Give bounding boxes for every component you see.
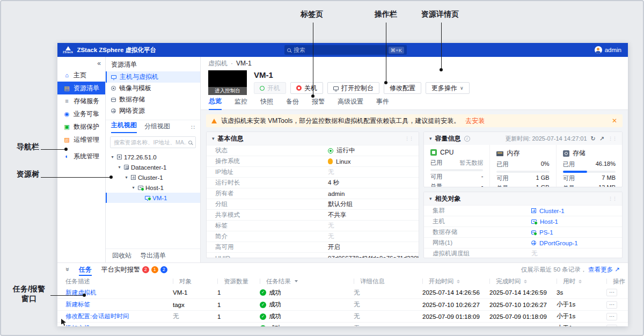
tab-快照[interactable]: 快照 (260, 97, 273, 109)
tree-caret-icon[interactable]: ▾ (131, 185, 136, 190)
field-label: 网络(1) (424, 239, 531, 247)
collapse-caret-icon[interactable]: ▾ (429, 196, 432, 201)
col-start-time[interactable]: 开始时间 (422, 277, 489, 286)
external-link-icon[interactable]: ↗ (599, 135, 604, 142)
row-actions-button[interactable]: ··· (606, 289, 617, 296)
tree-caret-icon[interactable]: ▾ (124, 175, 129, 180)
brand: ZStack ZStack ZSphere 虚拟化平台 (57, 46, 156, 54)
collapse-caret-icon[interactable]: ▾ (212, 136, 215, 141)
collapse-caret-icon[interactable]: ▾ (429, 136, 432, 141)
resource-item-datastore[interactable]: 数据存储 (106, 94, 200, 105)
drag-handle-icon[interactable]: ⋮⋮ (608, 196, 617, 201)
task-tab[interactable]: 任务 (79, 263, 92, 276)
refresh-icon[interactable]: ↻ (591, 135, 596, 142)
breadcrumb-parent[interactable]: 虚拟机 (208, 59, 228, 68)
task-description-link[interactable]: 修改配置:会话超时时间 (65, 312, 129, 320)
more-actions-button[interactable]: 更多操作∨ (426, 82, 470, 94)
related-object-link[interactable]: DPortGroup-1 (531, 240, 578, 246)
task-description-link[interactable]: 新建标签 (65, 301, 90, 309)
drag-handle-icon[interactable]: ⋮⋮ (405, 136, 413, 141)
image-template-icon (111, 86, 116, 91)
related-object-link[interactable]: Cluster-1 (531, 208, 565, 214)
related-object-link[interactable]: PS-1 (531, 229, 553, 236)
view-more-link[interactable]: 查看更多 (588, 266, 613, 274)
power-on-button[interactable]: 开机 (254, 82, 286, 94)
related-object-link[interactable]: Host-1 (531, 218, 558, 225)
tree-node-vm[interactable]: VM-1 (106, 193, 200, 203)
tab-报警[interactable]: 报警 (312, 97, 325, 109)
row-actions-button[interactable]: ··· (606, 301, 617, 309)
resource-item-host-vm[interactable]: 主机与虚拟机 (106, 71, 200, 83)
col-object[interactable]: 对象 (173, 277, 217, 286)
layout-grid-icon[interactable]: ∷ (191, 124, 195, 133)
tab-监控[interactable]: 监控 (235, 97, 247, 109)
enter-console-button[interactable]: 进入控制台 (208, 87, 247, 95)
tab-备份[interactable]: 备份 (286, 97, 299, 109)
capacity-title: 容量信息 (435, 134, 461, 143)
col-task-desc[interactable]: 任务描述 (57, 277, 173, 286)
col-label: 对象 (179, 277, 192, 286)
sidebar-item-ops-management[interactable]: ▨运维管理 (57, 133, 105, 146)
global-search-input[interactable] (294, 47, 386, 53)
field-value-text: Host-1 (540, 218, 558, 225)
open-console-button[interactable]: 打开控制台 (327, 82, 379, 94)
user-menu[interactable]: admin (595, 46, 628, 54)
field-value: 默认分组 (328, 200, 353, 208)
row-actions-button[interactable]: ··· (606, 313, 617, 320)
tab-总览[interactable]: 总览 (209, 97, 222, 110)
row-actions-button[interactable]: ··· (606, 325, 617, 327)
view-tab-group[interactable]: 分组视图 (144, 122, 170, 133)
sidebar-item-data-protection[interactable]: ▣数据保护 (57, 120, 105, 133)
tree-caret-icon[interactable]: ▾ (117, 165, 122, 170)
col-end-time[interactable]: 完成时间 (489, 277, 557, 286)
platform-alarm-tab[interactable]: 平台实时报警212 (101, 263, 167, 276)
tree-node-management-node[interactable]: ▾172.26.51.0 (106, 152, 200, 162)
col-detail-info[interactable]: 详细信息 (354, 277, 422, 286)
view-tab-host[interactable]: 主机视图 (111, 121, 137, 133)
task-end-time: 2025-07-09 01:18:09 (489, 313, 557, 320)
col-duration[interactable]: 用时 (557, 277, 606, 286)
usage-bar (563, 171, 616, 173)
col-operation[interactable]: 操作 (606, 277, 628, 286)
sidebar-collapse-icon[interactable]: « (97, 60, 101, 67)
close-icon[interactable]: ✕ (612, 117, 617, 125)
annotation-nav-bar: 导航栏 (17, 142, 39, 152)
tree-search-input[interactable] (114, 139, 186, 145)
sidebar-item-system-management[interactable]: ◐系统管理 (57, 150, 105, 163)
sidebar-item-business-reliability[interactable]: ◉业务可靠 (57, 107, 105, 120)
sort-icon[interactable] (579, 280, 582, 283)
modify-config-button[interactable]: 修改配置 (384, 82, 421, 94)
resource-item-image-template[interactable]: 镜像与模板 (106, 83, 200, 94)
total-value: - (481, 182, 484, 187)
tree-caret-icon[interactable]: ▾ (110, 155, 115, 159)
tree-node-cluster[interactable]: ▾Cluster-1 (106, 172, 200, 182)
annotation-line (441, 23, 442, 69)
tab-高级设置[interactable]: 高级设置 (338, 97, 363, 109)
col-task-result[interactable]: 任务结果 (260, 277, 354, 286)
task-description-link[interactable]: 添加主机 (65, 324, 90, 326)
task-row: 新建虚拟机VM-11✓成功无2025-07-14 14:26:562025-07… (57, 287, 628, 298)
tab-label: 任务 (79, 263, 92, 276)
global-search[interactable]: ⌘+K (284, 45, 407, 55)
tab-事件[interactable]: 事件 (376, 97, 389, 109)
install-vmtools-link[interactable]: 去安装 (465, 116, 485, 126)
drag-handle-icon[interactable]: ⋮⋮ (608, 136, 617, 141)
resource-item-network-resource[interactable]: 网络资源 (106, 105, 200, 116)
power-off-button[interactable]: 关机 (290, 82, 323, 94)
vm-console-thumbnail[interactable]: 进入控制台 (208, 70, 247, 95)
sort-icon[interactable] (457, 280, 460, 283)
sort-icon[interactable] (524, 280, 527, 283)
collapse-panel-icon[interactable]: « (63, 268, 71, 272)
export-list-link[interactable]: 导出清单 (140, 251, 166, 260)
filter-icon[interactable] (295, 280, 298, 282)
tree-node-host[interactable]: ▾Host-1 (106, 182, 200, 193)
task-detail: 无 (354, 312, 422, 320)
sidebar-item-home[interactable]: ⌂主页 (57, 69, 105, 82)
tree-node-datacenter[interactable]: ▾Datacenter-1 (106, 162, 200, 172)
col-resource-count[interactable]: 资源数量 (217, 277, 260, 286)
tree-search[interactable] (110, 136, 196, 148)
recycle-bin-link[interactable]: 回收站 (112, 251, 131, 260)
task-panel-header: « 任务平台实时报警212 仅展示最近 50 条记录， 查看更多 ↗ (57, 263, 628, 276)
sidebar-item-resource-list[interactable]: ▤资源清单 (57, 82, 105, 94)
sidebar-item-storage-service[interactable]: ≡存储服务 (57, 94, 105, 107)
